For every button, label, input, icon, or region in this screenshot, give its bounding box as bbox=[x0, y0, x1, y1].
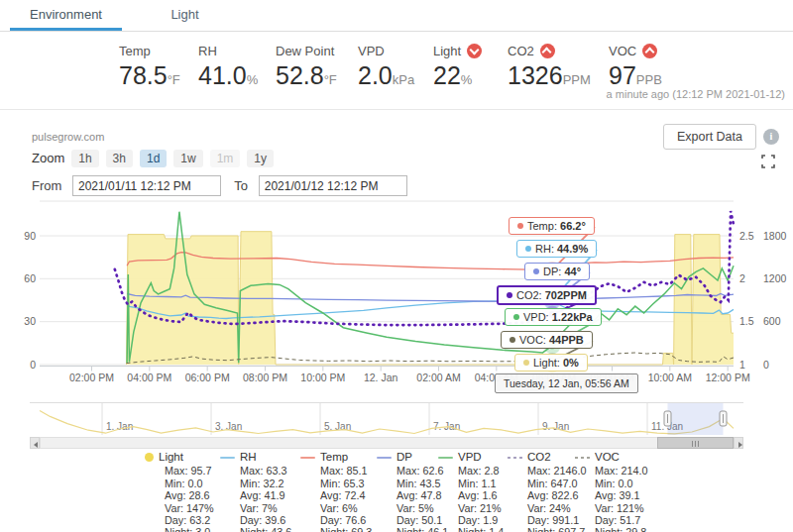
export-data-button[interactable]: Export Data bbox=[663, 124, 756, 150]
tooltip-dp: DP: 44° bbox=[524, 263, 590, 280]
legend-item-temp[interactable]: TempMax: 85.1Min: 65.3Avg: 72.4Var: 6%Da… bbox=[300, 451, 372, 532]
alert-up-icon bbox=[540, 44, 555, 58]
tooltip-co2: CO2: 702PPM bbox=[497, 285, 597, 305]
metric-value: 78.5°F bbox=[119, 61, 180, 90]
series-dot bbox=[513, 314, 519, 320]
scrollbar-grip bbox=[692, 441, 700, 447]
svg-text:1: 1 bbox=[739, 359, 745, 371]
svg-text:1.5: 1.5 bbox=[739, 315, 754, 327]
svg-text:04:00 PM: 04:00 PM bbox=[127, 372, 171, 383]
metric-unit: % bbox=[247, 72, 259, 87]
zoom-controls: Zoom1h3h1d1w1m1y bbox=[32, 150, 274, 167]
legend-stat: Day: 39.6 bbox=[220, 514, 291, 526]
legend-item-light[interactable]: LightMax: 95.7Min: 0.0Avg: 28.6Var: 147%… bbox=[145, 451, 214, 532]
legend-dash-icon bbox=[508, 457, 522, 460]
zoom-1w-button[interactable]: 1w bbox=[173, 150, 202, 167]
metric-dew-point: Dew Point52.8°F bbox=[276, 44, 337, 90]
legend-stat: Var: 7% bbox=[220, 502, 291, 514]
legend-item-voc[interactable]: VOCMax: 214.0Min: 0.0Avg: 39.1Var: 121%D… bbox=[575, 451, 647, 532]
legend-item-vpd[interactable]: VPDMax: 2.8Min: 1.1Avg: 1.6Var: 21%Day: … bbox=[438, 451, 504, 532]
svg-text:1200: 1200 bbox=[763, 272, 787, 284]
legend-stat: Day: 76.6 bbox=[300, 514, 372, 526]
metric-voc: VOC97PPB bbox=[609, 44, 662, 90]
legend-series-name: VOC bbox=[575, 451, 647, 463]
tab-bar: Environment Light bbox=[0, 0, 793, 32]
svg-text:0: 0 bbox=[763, 359, 769, 371]
legend-stat: Min: 1.1 bbox=[438, 478, 504, 489]
legend-item-rh[interactable]: RHMax: 63.3Min: 32.2Avg: 41.9Var: 7%Day:… bbox=[220, 451, 291, 532]
legend-stat: Day: 63.2 bbox=[145, 514, 214, 526]
series-dot bbox=[510, 337, 515, 343]
legend-series-name: VPD bbox=[438, 451, 504, 463]
svg-text:90: 90 bbox=[24, 230, 36, 242]
zoom-1y-button[interactable]: 1y bbox=[247, 150, 274, 167]
svg-text:2: 2 bbox=[739, 272, 745, 284]
metric-unit: % bbox=[461, 72, 473, 87]
series-dot bbox=[523, 360, 529, 366]
main-chart: 90603002.521.5118001200600002:00 PM04:00… bbox=[0, 194, 793, 384]
to-date-input[interactable] bbox=[259, 175, 407, 196]
info-icon[interactable]: i bbox=[763, 129, 779, 145]
zoom-1d-button[interactable]: 1d bbox=[140, 150, 167, 167]
metric-unit: °F bbox=[324, 72, 337, 87]
legend-stat: Max: 214.0 bbox=[575, 465, 647, 477]
legend-series-name: Light bbox=[145, 451, 214, 463]
metric-unit: PPB bbox=[636, 72, 662, 87]
svg-text:0: 0 bbox=[30, 359, 36, 371]
tab-light[interactable]: Light bbox=[129, 7, 241, 22]
legend-line-icon bbox=[438, 457, 453, 460]
legend-line-icon bbox=[377, 457, 392, 460]
zoom-label: Zoom bbox=[32, 151, 64, 165]
zoom-3h-button[interactable]: 3h bbox=[106, 150, 133, 167]
navigator-scrollbar-thumb[interactable] bbox=[657, 437, 734, 449]
tooltip-temp: Temp: 66.2° bbox=[509, 217, 595, 235]
navigator-light-series bbox=[40, 410, 734, 433]
series-dot bbox=[525, 246, 531, 252]
metric-unit: °F bbox=[168, 72, 180, 87]
tooltip-light: Light: 0% bbox=[514, 354, 588, 372]
metric-label: Light bbox=[433, 44, 482, 58]
legend-stat: Night: 3.0 bbox=[145, 526, 214, 532]
to-label: To bbox=[234, 178, 248, 193]
from-date-input[interactable] bbox=[72, 175, 221, 196]
legend-line-icon bbox=[220, 457, 235, 460]
metric-value: 1326PPM bbox=[508, 61, 591, 90]
legend-stat: Avg: 1.6 bbox=[438, 489, 504, 501]
zoom-1h-button[interactable]: 1h bbox=[71, 150, 98, 167]
metric-label: Dew Point bbox=[276, 44, 337, 58]
legend-circle-icon bbox=[145, 453, 154, 462]
scrollbar-right-arrow[interactable] bbox=[734, 437, 743, 449]
fullscreen-icon[interactable] bbox=[761, 155, 775, 168]
svg-text:1. Jan: 1. Jan bbox=[106, 421, 133, 432]
metric-value: 2.0kPa bbox=[358, 61, 414, 90]
metric-value: 41.0% bbox=[198, 61, 258, 90]
legend-stat: Min: 0.0 bbox=[145, 478, 214, 489]
svg-text:1800: 1800 bbox=[763, 230, 787, 242]
svg-text:02:00 PM: 02:00 PM bbox=[69, 372, 114, 383]
navigator-selected-range[interactable] bbox=[668, 403, 724, 435]
legend-series-name: Temp bbox=[300, 451, 372, 463]
legend-line-icon bbox=[300, 457, 315, 460]
legend-stat: Avg: 41.9 bbox=[220, 489, 291, 501]
legend-stat: Min: 65.3 bbox=[300, 478, 372, 489]
tab-environment[interactable]: Environment bbox=[10, 7, 122, 22]
legend-stat: Max: 2.8 bbox=[438, 465, 504, 477]
metric-label: VPD bbox=[358, 44, 414, 58]
metric-value: 52.8°F bbox=[276, 61, 337, 90]
last-updated-text: a minute ago (12:12 PM 2021-01-12) bbox=[607, 88, 785, 100]
series-dot bbox=[533, 268, 539, 274]
legend-stat: Night: 1.4 bbox=[438, 526, 504, 532]
legend-stat: Night: 69.3 bbox=[300, 526, 372, 532]
from-label: From bbox=[32, 178, 61, 193]
navigator-scrollbar-track[interactable] bbox=[40, 437, 734, 449]
metric-label: Temp bbox=[119, 44, 180, 58]
svg-text:10:00 PM: 10:00 PM bbox=[300, 372, 345, 383]
legend-stat: Avg: 28.6 bbox=[145, 489, 214, 501]
scrollbar-left-arrow[interactable] bbox=[30, 437, 40, 449]
watermark-pulsegrow: pulsegrow.com bbox=[32, 131, 104, 143]
legend-stat: Day: 51.7 bbox=[575, 514, 647, 526]
metric-unit: kPa bbox=[393, 72, 414, 87]
alert-up-icon bbox=[642, 44, 657, 58]
legend-stat: Day: 1.9 bbox=[438, 514, 504, 526]
legend-stat: Max: 95.7 bbox=[145, 465, 214, 477]
